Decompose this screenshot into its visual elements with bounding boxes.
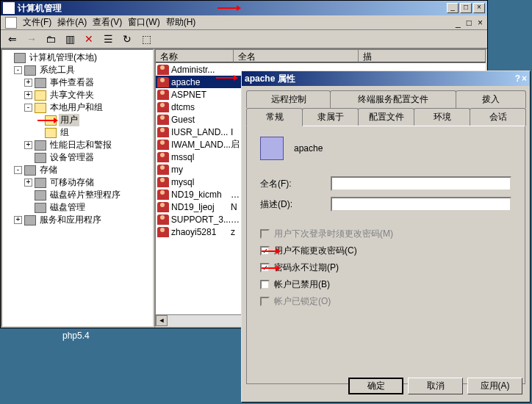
tree-perflogs[interactable]: 性能日志和警报 [48,139,113,151]
user-fullname: z [231,227,235,237]
tree-sharedfolders[interactable]: 共享文件夹 [48,89,96,101]
properties-button[interactable]: ☰ [101,32,115,46]
col-fullname[interactable]: 全名 [234,50,359,62]
user-icon [157,90,169,100]
user-icon [157,127,169,137]
user-icon [157,190,169,200]
tree-localusers[interactable]: 本地用户和组 [48,101,104,114]
tree-root[interactable]: 计算机管理(本地) [28,51,98,64]
menu-file[interactable]: 文件(F) [23,16,51,29]
close-button[interactable]: × [473,3,485,13]
minimize-button[interactable]: _ [447,3,459,13]
ok-button[interactable]: 确定 [348,378,403,394]
child-minimize-button[interactable]: _ [456,18,461,28]
taskbar-label: php5.4 [62,331,90,341]
apply-button[interactable]: 应用(A) [467,378,522,394]
expand-toggle[interactable]: - [14,66,22,74]
menu-view[interactable]: 查看(V) [93,16,122,29]
scope-button[interactable]: ▥ [62,32,77,46]
tree-groups[interactable]: 组 [59,126,71,139]
tree-storage[interactable]: 存储 [38,164,59,176]
cancel-button[interactable]: 取消 [408,378,463,394]
menu-help[interactable]: 帮助(H) [166,16,196,29]
tree-devmgr[interactable]: 设备管理器 [48,151,96,164]
tree-removable[interactable]: 可移动存储 [48,176,96,189]
dialog-titlebar[interactable]: apache 属性 ? × [242,71,530,86]
chk-locked-label: 帐户已锁定(O) [274,295,331,308]
desc-label: 描述(D): [260,198,331,211]
tree-eventviewer[interactable]: 事件查看器 [48,76,96,89]
chk-cannotchange-label[interactable]: 用户不能更改密码(C) [274,245,357,257]
user-icon [157,65,169,75]
services-icon [24,215,36,226]
dialog-close-button[interactable]: × [522,73,527,84]
annotation-arrow [218,7,240,9]
export-button[interactable]: ⬚ [139,32,154,46]
tab-memberof[interactable]: 隶属于 [302,108,359,126]
desc-input[interactable] [331,197,511,212]
col-desc[interactable]: 描 [359,50,486,62]
chk-locked [260,297,270,306]
tab-sessions[interactable]: 会话 [470,108,526,126]
child-close-button[interactable]: × [478,18,483,28]
maximize-button[interactable]: □ [460,3,472,13]
expand-toggle[interactable]: + [24,141,32,149]
user-large-icon [260,137,284,160]
fullname-input[interactable] [331,176,511,191]
child-restore-button[interactable]: □ [467,18,472,28]
tree-diskmgmt[interactable]: 磁盘管理 [48,201,87,214]
expand-toggle[interactable]: - [24,104,32,112]
expand-toggle[interactable]: + [24,79,32,87]
user-icon [157,115,169,125]
user-name: my [171,165,183,175]
window-title: 计算机管理 [18,2,221,15]
chk-neverexpire-label[interactable]: 密码永不过期(P) [274,261,339,274]
user-icon [157,202,169,212]
tree-pane[interactable]: 计算机管理(本地) -系统工具 +事件查看器 +共享文件夹 -本地用户和组 用户… [1,48,154,328]
fullname-label: 全名(F): [260,178,331,190]
folder-icon [35,103,46,113]
annotation-arrow [262,267,279,269]
tree-services[interactable]: 服务和应用程序 [38,214,103,226]
user-name: zhaoyi5281 [171,227,216,237]
chk-mustchange-label: 用户下次登录时须更改密码(M) [274,228,393,240]
username-label: apache [294,143,323,154]
user-name: apache [171,77,200,87]
help-button[interactable]: ? [515,73,520,84]
diskmgmt-icon [35,203,46,213]
tab-general[interactable]: 常规 [246,108,303,126]
tab-panel-general: apache 全名(F): 描述(D): 用户下次登录时须更改密码(M) ✓ 用… [246,126,525,384]
menu-action[interactable]: 操作(A) [57,16,87,29]
user-fullname: 启 [231,138,240,151]
user-icon [157,177,169,187]
tree-users[interactable]: 用户 [59,114,79,126]
tab-env[interactable]: 环境 [414,108,470,126]
forward-button[interactable]: → [24,32,39,46]
chk-disabled-label[interactable]: 帐户已禁用(B) [274,278,330,291]
menu-window[interactable]: 窗口(W) [128,16,159,29]
mmc-titlebar[interactable]: 计算机管理 _ □ × [1,1,487,15]
delete-button[interactable]: ✕ [82,32,96,46]
user-name: ND19_ljeoj [171,202,215,212]
chk-disabled[interactable] [260,280,270,289]
up-button[interactable]: 🗀 [43,32,58,46]
back-button[interactable]: ⇐ [5,32,20,46]
refresh-button[interactable]: ↻ [120,32,134,46]
chk-mustchange [260,229,270,239]
scroll-left-button[interactable]: ◄ [156,315,168,326]
expand-toggle[interactable]: + [24,178,32,187]
tab-remote[interactable]: 远程控制 [246,90,331,108]
tab-profile[interactable]: 配置文件 [358,108,414,126]
user-name: IUSR_LAND... [171,127,228,137]
tree-defrag[interactable]: 磁盘碎片整理程序 [48,189,122,201]
col-name[interactable]: 名称 [156,50,234,62]
expand-toggle[interactable]: + [14,216,22,224]
tab-tsprofile[interactable]: 终端服务配置文件 [330,90,456,108]
tree-systools[interactable]: 系统工具 [38,64,76,76]
expand-toggle[interactable]: - [14,166,22,174]
user-name: dtcms [171,102,195,112]
user-icon [157,152,169,162]
expand-toggle[interactable]: + [24,91,32,99]
annotation-arrow [262,250,279,252]
tab-dialin[interactable]: 拨入 [456,90,526,108]
